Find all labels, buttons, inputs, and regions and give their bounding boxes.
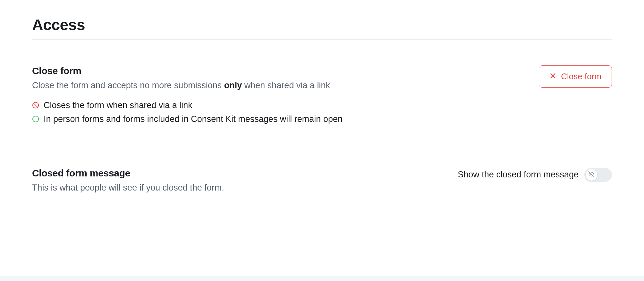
- svg-line-1: [34, 103, 38, 107]
- closed-message-toggle-label: Show the closed form message: [458, 170, 579, 180]
- close-form-desc-strong: only: [224, 81, 242, 90]
- closed-message-section: Closed form message This is what people …: [32, 168, 612, 194]
- toggle-knob: [586, 169, 597, 181]
- page-title: Access: [32, 16, 612, 40]
- circle-open-icon: [32, 115, 39, 123]
- close-form-action: Close form: [539, 65, 612, 88]
- list-item: In person forms and forms included in Co…: [32, 112, 526, 126]
- bullet-text: In person forms and forms included in Co…: [44, 112, 343, 126]
- closed-message-heading: Closed form message: [32, 168, 445, 179]
- closed-message-info: Closed form message This is what people …: [32, 168, 445, 194]
- close-form-desc-post: when shared via a link: [242, 81, 330, 90]
- settings-card: Access Close form Close the form and acc…: [0, 0, 644, 276]
- close-form-description: Close the form and accepts no more submi…: [32, 79, 526, 92]
- close-form-section: Close form Close the form and accepts no…: [32, 65, 612, 126]
- close-form-bullets: Closes the form when shared via a link I…: [32, 98, 526, 126]
- close-form-button[interactable]: Close form: [539, 65, 612, 88]
- closed-message-description: This is what people will see if you clos…: [32, 181, 445, 194]
- eye-off-icon: [589, 171, 594, 178]
- bullet-text: Closes the form when shared via a link: [44, 98, 192, 112]
- no-entry-icon: [32, 102, 39, 109]
- svg-point-2: [33, 116, 38, 122]
- list-item: Closes the form when shared via a link: [32, 98, 526, 112]
- closed-message-toggle-wrap: Show the closed form message: [458, 168, 612, 182]
- close-form-desc-pre: Close the form and accepts no more submi…: [32, 81, 224, 90]
- close-icon: [549, 72, 556, 81]
- close-form-heading: Close form: [32, 65, 526, 76]
- close-form-info: Close form Close the form and accepts no…: [32, 65, 526, 126]
- closed-message-toggle[interactable]: [584, 168, 612, 182]
- close-form-button-label: Close form: [561, 72, 601, 81]
